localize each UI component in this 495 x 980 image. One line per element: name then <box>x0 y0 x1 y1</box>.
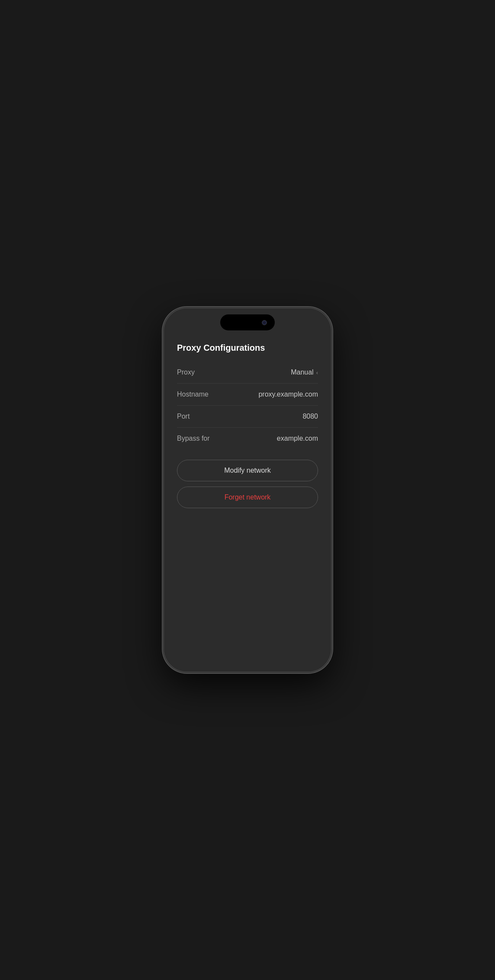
camera-dot <box>262 320 267 325</box>
dynamic-island <box>220 314 275 330</box>
proxy-label: Proxy <box>177 368 195 376</box>
chevron-down-icon: ‹ <box>316 369 318 376</box>
port-label: Port <box>177 413 190 420</box>
screen: Proxy Configurations Proxy Manual ‹ Host… <box>164 308 331 672</box>
settings-group: Proxy Manual ‹ Hostname proxy.example.co… <box>177 362 318 449</box>
proxy-value: Manual ‹ <box>291 368 318 376</box>
forget-network-button[interactable]: Forget network <box>177 487 318 508</box>
port-value: 8080 <box>302 413 318 420</box>
port-row[interactable]: Port 8080 <box>177 406 318 428</box>
bypass-value: example.com <box>277 435 318 442</box>
buttons-section: Modify network Forget network <box>177 460 318 508</box>
content: Proxy Configurations Proxy Manual ‹ Host… <box>164 308 331 508</box>
hostname-value: proxy.example.com <box>258 391 318 398</box>
hostname-row[interactable]: Hostname proxy.example.com <box>177 384 318 406</box>
phone-frame: Proxy Configurations Proxy Manual ‹ Host… <box>163 307 332 673</box>
modify-network-button[interactable]: Modify network <box>177 460 318 481</box>
bypass-row[interactable]: Bypass for example.com <box>177 428 318 449</box>
bypass-label: Bypass for <box>177 435 210 442</box>
hostname-label: Hostname <box>177 391 209 398</box>
proxy-row[interactable]: Proxy Manual ‹ <box>177 362 318 384</box>
section-title: Proxy Configurations <box>177 343 318 353</box>
